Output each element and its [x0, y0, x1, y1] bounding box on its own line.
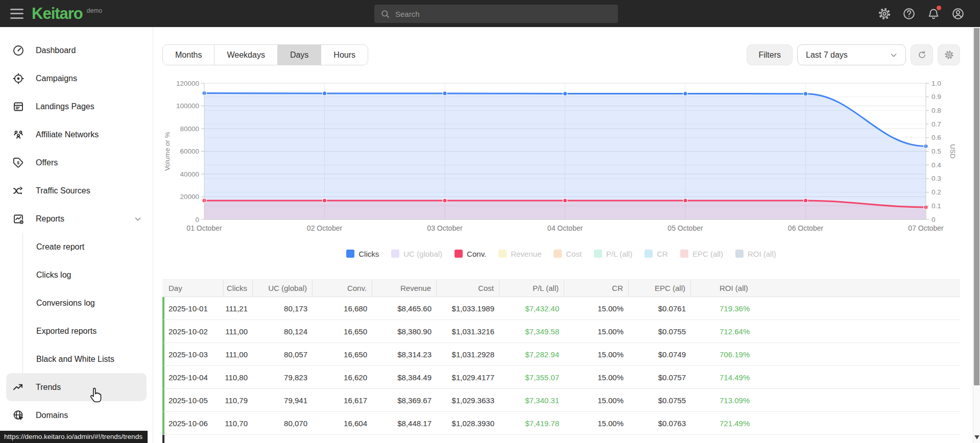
- column-header-roi-all[interactable]: ROI (all): [691, 280, 960, 297]
- cell-day: 2025-10-03: [164, 343, 224, 365]
- column-header-day[interactable]: Day: [164, 280, 224, 297]
- cell-clicks: 111,00: [224, 320, 253, 342]
- tab-months[interactable]: Months: [163, 45, 214, 65]
- cell-cr: 15.00%: [564, 389, 629, 411]
- sidebar-item-black-and-white-lists[interactable]: Black and White Lists: [23, 345, 153, 373]
- svg-text:0.4: 0.4: [931, 161, 941, 169]
- legend-item-uc-global[interactable]: UC (global): [391, 250, 442, 258]
- scrollbar-down-arrow[interactable]: [973, 435, 980, 441]
- table-row[interactable]: 2025-10-05110,7979,94116,617$8,369.67$1,…: [162, 389, 960, 412]
- svg-text:05 October: 05 October: [667, 224, 703, 232]
- table-row[interactable]: 2025-10-03111,0080,05716,650$8,314.23$1,…: [162, 343, 960, 366]
- svg-text:04 October: 04 October: [547, 224, 583, 232]
- column-header-conv[interactable]: Conv.: [313, 280, 372, 297]
- svg-text:0.3: 0.3: [931, 175, 941, 182]
- cell-p-l-all: $7,282.94: [499, 343, 564, 365]
- svg-text:40000: 40000: [180, 170, 199, 178]
- chart-settings-button[interactable]: [938, 44, 960, 65]
- legend-swatch: [346, 250, 354, 258]
- cell-day: 2025-10-02: [164, 320, 224, 342]
- sidebar-item-label: Reports: [36, 214, 64, 224]
- legend-item-roi-all[interactable]: ROI (all): [735, 250, 776, 258]
- sidebar-item-clicks-log[interactable]: Clicks log: [23, 261, 153, 289]
- trends-chart[interactable]: 02000040000600008000010000012000000.10.2…: [162, 74, 960, 236]
- global-search[interactable]: [374, 5, 618, 23]
- filters-button[interactable]: Filters: [747, 44, 793, 65]
- affiliate-icon: [12, 129, 25, 141]
- cell-revenue: $8,448.17: [372, 412, 437, 434]
- legend-item-conv[interactable]: Conv.: [455, 250, 486, 258]
- table-row[interactable]: 2025-10-0711,4011,4572,442$1,239.24$217.…: [162, 435, 960, 443]
- tab-days[interactable]: Days: [278, 45, 321, 65]
- sidebar-item-traffic-sources[interactable]: Traffic Sources: [0, 177, 153, 205]
- menu-icon[interactable]: [10, 9, 23, 19]
- column-header-cr[interactable]: CR: [564, 280, 629, 297]
- sidebar-item-offers[interactable]: $Offers: [0, 149, 153, 177]
- legend-swatch: [498, 250, 507, 258]
- notifications-bell-icon[interactable]: [927, 7, 940, 20]
- legend-swatch: [594, 250, 602, 258]
- scrollbar-thumb[interactable]: [974, 28, 979, 385]
- domains-icon: [12, 409, 25, 422]
- table-row[interactable]: 2025-10-04110,8079,82316,620$8,384.49$1,…: [162, 366, 960, 389]
- cell-cr: 15.00%: [564, 412, 629, 434]
- svg-text:Volume or %: Volume or %: [163, 132, 171, 171]
- legend-label: Revenue: [511, 250, 541, 258]
- user-account-icon[interactable]: [951, 7, 965, 20]
- column-header-p-l-all[interactable]: P/L (all): [499, 280, 564, 297]
- legend-label: Clicks: [358, 250, 379, 258]
- column-header-uc-global[interactable]: UC (global): [253, 280, 313, 297]
- sidebar-item-label: Offers: [36, 158, 58, 167]
- sidebar-item-exported-reports[interactable]: Exported reports: [23, 317, 153, 345]
- sidebar-item-dashboard[interactable]: Dashboard: [0, 36, 153, 64]
- table-row[interactable]: 2025-10-01111,2180,17316,680$8,465.60$1,…: [162, 297, 960, 320]
- tab-weekdays[interactable]: Weekdays: [214, 45, 277, 65]
- app-logo[interactable]: Keitaro: [32, 5, 83, 23]
- sidebar-item-trends[interactable]: Trends: [6, 373, 147, 401]
- sidebar-item-conversions-log[interactable]: Conversions log: [23, 289, 153, 317]
- help-icon[interactable]: [902, 7, 916, 20]
- svg-text:120000: 120000: [176, 80, 199, 87]
- legend-item-revenue[interactable]: Revenue: [498, 250, 541, 258]
- legend-item-cost[interactable]: Cost: [554, 250, 582, 258]
- cell-cr: 15.00%: [564, 366, 629, 388]
- table-body: 2025-10-01111,2180,17316,680$8,465.60$1,…: [162, 297, 960, 443]
- page-scrollbar[interactable]: [973, 27, 980, 443]
- date-range-select[interactable]: Last 7 days: [797, 44, 906, 65]
- sidebar-item-label: Trends: [36, 383, 61, 392]
- column-header-revenue[interactable]: Revenue: [372, 280, 437, 297]
- legend-item-cr[interactable]: CR: [644, 250, 668, 258]
- legend-item-p-l-all[interactable]: P/L (all): [594, 250, 632, 258]
- table-header: DayClicksUC (global)Conv.RevenueCostP/L …: [162, 279, 960, 297]
- sidebar-item-domains[interactable]: Domains: [0, 401, 153, 429]
- sidebar-item-affiliate-networks[interactable]: Affiliate Networks: [0, 120, 153, 149]
- settings-gear-icon[interactable]: [878, 7, 891, 20]
- legend-item-clicks[interactable]: Clicks: [346, 250, 379, 258]
- svg-text:03 October: 03 October: [427, 224, 463, 232]
- table-row[interactable]: 2025-10-02111,0080,12416,650$8,380.90$1,…: [162, 320, 960, 343]
- sidebar-item-create-report[interactable]: Create report: [23, 233, 153, 261]
- cell-conv: 16,650: [313, 343, 372, 365]
- legend-item-epc-all[interactable]: EPC (all): [680, 250, 723, 258]
- search-input[interactable]: [395, 10, 612, 18]
- cell-uc-global: 79,941: [253, 389, 313, 411]
- cell-p-l-all: $7,349.58: [499, 320, 564, 342]
- reports-icon: [12, 213, 25, 225]
- refresh-button[interactable]: [911, 44, 933, 65]
- svg-text:0: 0: [931, 216, 936, 224]
- table-row[interactable]: 2025-10-06110,7080,07016,604$8,448.17$1,…: [162, 412, 960, 435]
- cell-cr: 15.00%: [564, 435, 629, 443]
- sidebar-item-reports[interactable]: Reports: [0, 205, 153, 233]
- sidebar-item-campaigns[interactable]: Campaigns: [0, 64, 153, 92]
- tab-hours[interactable]: Hours: [321, 45, 368, 65]
- column-header-cost[interactable]: Cost: [437, 280, 499, 297]
- traffic-icon: [12, 185, 25, 197]
- cell-clicks: 110,70: [224, 412, 253, 434]
- notification-badge: [937, 6, 941, 10]
- cell-epc-all: $0.0749: [629, 343, 691, 365]
- sidebar-item-landings-pages[interactable]: Landings Pages: [0, 92, 153, 120]
- column-header-epc-all[interactable]: EPC (all): [629, 280, 691, 297]
- column-header-clicks[interactable]: Clicks: [224, 280, 253, 297]
- cell-clicks: 11,40: [224, 435, 253, 443]
- cell-revenue: $1,239.24: [372, 435, 437, 443]
